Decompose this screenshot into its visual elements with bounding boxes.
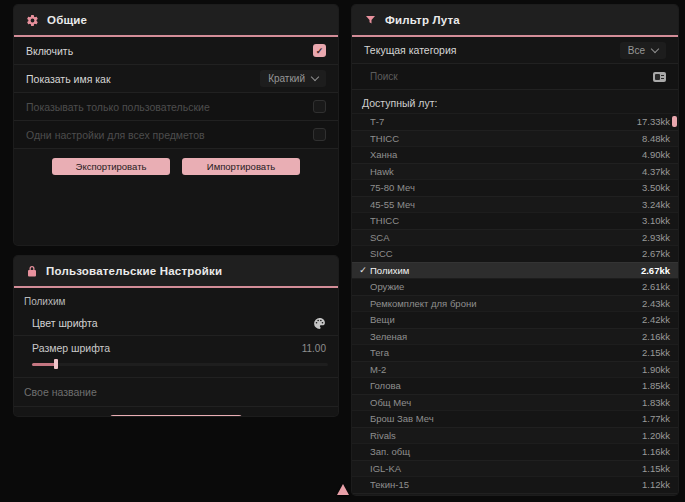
chevron-down-icon [311,73,319,81]
category-value: Все [628,45,645,56]
loot-row[interactable]: THICC3.10kk [352,212,678,229]
loot-item-name: Общ Меч [370,397,642,408]
loot-row[interactable]: Голова1.85kk [352,377,678,394]
loot-row[interactable]: Зап. общ1.16kk [352,443,678,460]
lock-icon [26,265,38,278]
delete-button[interactable]: Удалить [110,415,242,416]
loot-row[interactable]: ✓Полихим2.67kk [352,262,678,279]
only-custom-label: Показывать только пользовательские [26,101,210,113]
loot-item-value: 8.48kk [642,133,670,144]
loot-item-value: 1.16kk [642,446,670,457]
loot-item-value: 3.10kk [642,215,670,226]
funnel-icon [364,14,377,26]
loot-row[interactable]: Брош Зав Меч1.77kk [352,410,678,427]
loot-row[interactable]: Rivals1.20kk [352,427,678,444]
loot-row[interactable]: Ханна4.90kk [352,146,678,163]
loot-item-value: 2.15kk [642,347,670,358]
loot-item-value: 1.15kk [642,463,670,474]
loot-item-name: 75-80 Меч [370,182,642,193]
enable-label: Включить [26,45,73,57]
loot-row[interactable]: SCA2.93kk [352,229,678,246]
loot-item-value: 1.83kk [642,397,670,408]
enable-checkbox[interactable] [313,44,326,57]
loot-row[interactable]: 45-55 Меч3.24kk [352,196,678,213]
search-input[interactable] [368,70,653,83]
general-panel-header: Общие [14,5,338,35]
name-format-label: Показать имя как [26,73,111,85]
loot-row[interactable]: SICC2.67kk [352,245,678,262]
loot-item-value: 1.20kk [642,430,670,441]
loot-filter-panel: Фильтр Лута Текущая категория Все Доступ… [352,5,678,495]
loot-row[interactable]: Текин-151.12kk [352,476,678,493]
loot-item-name: Брош Зав Меч [370,413,642,424]
loot-item-name: IGL-KA [370,463,642,474]
font-size-value: 11.00 [302,343,326,354]
loot-item-value: 1.12kk [642,479,670,490]
slider-track [32,363,328,366]
loot-row[interactable]: М-21.90kk [352,361,678,378]
loot-row[interactable]: Т-717.33kk [352,113,678,130]
loot-item-value: 1.77kk [642,413,670,424]
palette-icon[interactable] [313,317,326,330]
loot-item-name: Вещи [370,314,642,325]
slider-fill [32,363,56,366]
loot-item-value: 4.90kk [642,149,670,160]
loot-item-value: 3.50kk [642,182,670,193]
name-format-dropdown[interactable]: Краткий [260,70,326,87]
loot-item-name: М-2 [370,364,642,375]
enable-row: Включить [14,37,338,65]
loot-item-value: 2.93kk [642,232,670,243]
loot-item-value: 2.16kk [642,331,670,342]
loot-item-value: 2.42kk [642,314,670,325]
loot-item-name: Голова [370,380,642,391]
loot-item-name: Оружие [370,281,642,292]
custom-settings-panel: Пользовательские Настройки Полихим Цвет … [14,256,338,416]
loot-row[interactable]: Оружие2.61kk [352,278,678,295]
loot-row[interactable]: Hawk4.37kk [352,163,678,180]
available-loot-label: Доступный лут: [352,90,678,113]
loot-row[interactable]: Вещи2.42kk [352,311,678,328]
slider-handle[interactable] [54,359,58,369]
loot-row[interactable]: Ремкомплект для брони2.43kk [352,295,678,312]
same-settings-row: Одни настройки для всех предметов [14,121,338,149]
loot-item-value: 2.61kk [642,281,670,292]
loot-item-value: 2.43kk [642,298,670,309]
only-custom-row: Показывать только пользовательские [14,93,338,121]
custom-name-input[interactable] [14,378,338,407]
name-format-row: Показать имя как Краткий [14,65,338,93]
gear-icon [26,14,39,27]
font-size-row: Размер шрифта 11.00 [14,336,338,378]
loot-item-name: Зеленая [370,331,642,342]
category-dropdown[interactable]: Все [620,42,666,59]
font-size-label: Размер шрифта [32,342,110,354]
same-settings-checkbox[interactable] [313,128,326,141]
browse-icon[interactable] [653,72,666,82]
loot-row[interactable]: THICC8.48kk [352,130,678,147]
loot-row[interactable]: 75-80 Меч3.50kk [352,179,678,196]
loot-item-value: 2.67kk [642,248,670,259]
selected-item-label: Полихим [14,288,338,311]
loot-row[interactable]: Хава1.11kk [352,493,678,496]
loot-row[interactable]: Общ Меч1.83kk [352,394,678,411]
loot-filter-header: Фильтр Лута [352,5,678,35]
mod-settings-screen: Общие Включить Показать имя как Краткий … [0,0,685,502]
loot-item-value: 4.37kk [642,166,670,177]
only-custom-checkbox[interactable] [313,100,326,113]
font-size-slider[interactable] [32,359,326,369]
export-button[interactable]: Экспортировать [52,158,170,175]
chevron-down-icon [651,44,659,52]
general-panel: Общие Включить Показать имя как Краткий … [14,5,338,245]
loot-item-value: 2.67kk [641,265,670,276]
loot-row[interactable]: Тега2.15kk [352,344,678,361]
name-format-value: Краткий [268,73,305,84]
scrollbar-thumb[interactable] [672,116,677,127]
loot-item-name: Зап. общ [370,446,642,457]
loot-item-name: THICC [370,133,642,144]
search-row [352,64,678,90]
loot-row[interactable]: Зеленая2.16kk [352,328,678,345]
loot-row[interactable]: IGL-KA1.15kk [352,460,678,477]
category-label: Текущая категория [364,44,457,56]
loot-item-value: 3.24kk [642,199,670,210]
import-button[interactable]: Импортировать [182,158,300,175]
mouse-cursor [337,484,349,495]
